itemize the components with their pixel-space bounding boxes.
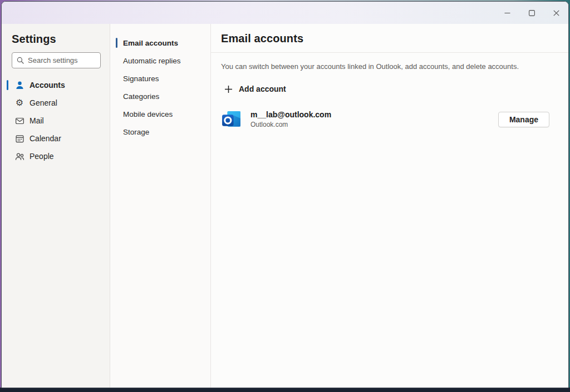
mail-icon [14, 116, 24, 126]
add-account-button[interactable]: Add account [224, 82, 289, 96]
sidebar-item-label: Calendar [30, 134, 61, 143]
desktop-background: Settings Accounts ⚙ Genera [0, 0, 570, 392]
search-settings-box[interactable] [12, 52, 101, 68]
calendar-icon [14, 133, 24, 143]
close-button[interactable] [544, 2, 568, 24]
account-provider: Outlook.com [250, 121, 331, 128]
search-input[interactable] [28, 56, 96, 64]
email-accounts-panel: Email accounts You can switch between yo… [211, 24, 568, 388]
settings-heading: Settings [12, 33, 110, 46]
subnav-item-label: Storage [123, 128, 149, 136]
people-icon [14, 151, 24, 161]
close-icon [553, 10, 559, 16]
gear-icon: ⚙ [14, 98, 24, 108]
subnav-item-mobile-devices[interactable]: Mobile devices [110, 105, 210, 123]
sidebar-item-accounts[interactable]: Accounts [2, 76, 110, 94]
account-text: m__lab@outlook.com Outlook.com [250, 110, 331, 128]
outlook-logo [221, 109, 242, 130]
sidebar-item-calendar[interactable]: Calendar [2, 130, 110, 147]
title-bar[interactable] [2, 2, 568, 24]
settings-sidebar: Settings Accounts ⚙ Genera [2, 24, 110, 388]
selection-indicator [7, 80, 8, 90]
sidebar-item-label: People [30, 152, 54, 161]
minimize-icon [504, 10, 510, 16]
window-content: Settings Accounts ⚙ Genera [2, 24, 568, 388]
panel-description: You can switch between your accounts lin… [221, 62, 548, 71]
sidebar-item-label: Accounts [30, 81, 65, 90]
maximize-icon [529, 10, 535, 16]
subnav-item-label: Signatures [123, 75, 159, 83]
accounts-subnav: Email accounts Automatic replies Signatu… [110, 24, 211, 388]
sidebar-item-mail[interactable]: Mail [2, 112, 110, 130]
subnav-item-signatures[interactable]: Signatures [110, 70, 210, 87]
subnav-item-label: Automatic replies [123, 57, 181, 65]
manage-button[interactable]: Manage [498, 112, 549, 127]
subnav-item-label: Categories [123, 92, 159, 101]
header-divider [211, 52, 568, 53]
minimize-button[interactable] [495, 2, 519, 24]
subnav-item-categories[interactable]: Categories [110, 87, 210, 105]
subnav-item-label: Mobile devices [123, 110, 173, 118]
sidebar-item-general[interactable]: ⚙ General [2, 94, 110, 112]
maximize-button[interactable] [519, 2, 544, 24]
settings-window: Settings Accounts ⚙ Genera [1, 1, 569, 388]
account-row: m__lab@outlook.com Outlook.com Manage [221, 109, 549, 130]
search-icon [17, 57, 24, 64]
subnav-item-storage[interactable]: Storage [110, 123, 210, 141]
sidebar-item-label: Mail [30, 116, 44, 125]
selection-indicator [116, 38, 117, 48]
plus-icon [224, 85, 233, 93]
subnav-item-automatic-replies[interactable]: Automatic replies [110, 52, 210, 70]
sidebar-item-people[interactable]: People [2, 147, 110, 165]
subnav-item-email-accounts[interactable]: Email accounts [110, 34, 210, 52]
person-icon [14, 80, 24, 90]
subnav-item-label: Email accounts [123, 39, 178, 47]
sidebar-nav: Accounts ⚙ General Mail [2, 76, 110, 165]
page-title: Email accounts [221, 32, 568, 45]
sidebar-item-label: General [30, 98, 57, 107]
add-account-label: Add account [239, 85, 286, 93]
account-email: m__lab@outlook.com [250, 110, 331, 119]
